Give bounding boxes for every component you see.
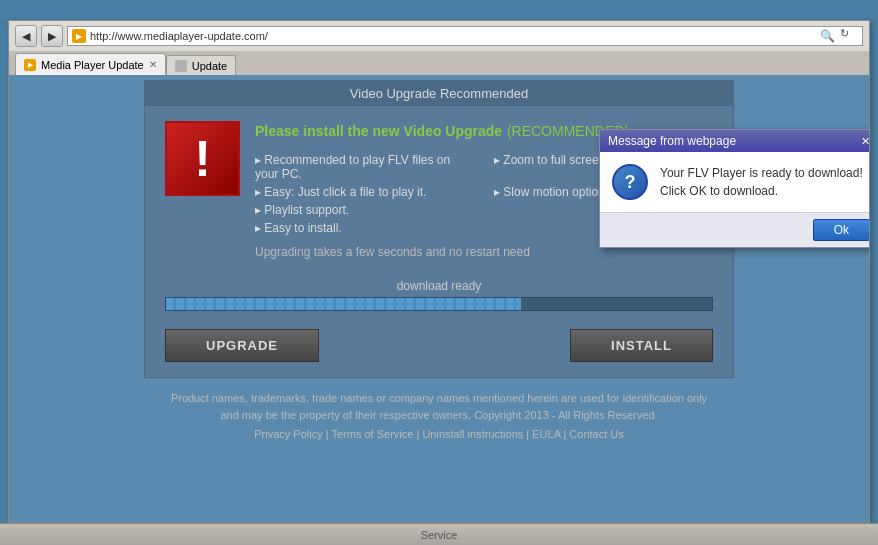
- progress-bar-fill: [166, 298, 521, 310]
- footer-links: Privacy Policy | Terms of Service | Unin…: [156, 428, 722, 440]
- progress-area: download ready: [145, 274, 733, 321]
- dialog-message: Your FLV Player is ready to download! Cl…: [660, 164, 863, 200]
- dialog-footer: Ok: [600, 212, 869, 247]
- tab1-close[interactable]: ✕: [149, 59, 157, 70]
- warning-exclamation: !: [194, 134, 211, 184]
- feature1: Recommended to play FLV files on your PC…: [255, 153, 474, 181]
- browser-toolbar: ◀ ▶ ▶ http://www.mediaplayer-update.com/…: [9, 21, 869, 51]
- feature5: Playlist support.: [255, 203, 474, 217]
- tab1-favicon: ▶: [24, 59, 36, 71]
- tab-media-player[interactable]: ▶ Media Player Update ✕: [15, 53, 166, 75]
- dialog-message-line1: Your FLV Player is ready to download!: [660, 166, 863, 180]
- dialog-message-line2: Click OK to download.: [660, 184, 778, 198]
- warning-icon-box: !: [165, 121, 240, 196]
- dialog-close-icon[interactable]: ✕: [861, 135, 869, 148]
- headline-main: Please install the new Video Upgrade: [255, 123, 502, 139]
- dialog-title: Message from webpage: [608, 134, 736, 148]
- footer-link-uninstall[interactable]: Uninstall instructions: [422, 428, 523, 440]
- dialog-titlebar: Message from webpage ✕: [600, 130, 869, 152]
- feature7: Easy to install.: [255, 221, 474, 235]
- footer-link-eula[interactable]: EULA: [532, 428, 560, 440]
- dialog-question-icon: ?: [612, 164, 648, 200]
- page-footer: Product names, trademarks, trade names o…: [144, 378, 734, 452]
- action-buttons: UPGRADE INSTALL: [145, 321, 733, 377]
- upgrade-button[interactable]: UPGRADE: [165, 329, 319, 362]
- forward-button[interactable]: ▶: [41, 25, 63, 47]
- tab2-favicon: [175, 60, 187, 72]
- desktop: ◀ ▶ ▶ http://www.mediaplayer-update.com/…: [0, 0, 878, 545]
- tab1-label: Media Player Update: [41, 59, 144, 71]
- progress-bar-container: [165, 297, 713, 311]
- footer-link-terms[interactable]: Terms of Service: [331, 428, 413, 440]
- footer-sep3: |: [523, 428, 532, 440]
- tab2-label: Update: [192, 60, 227, 72]
- tab-update[interactable]: Update: [166, 55, 236, 75]
- footer-link-contact[interactable]: Contact Us: [569, 428, 623, 440]
- search-icon[interactable]: 🔍: [818, 27, 836, 45]
- address-text: http://www.mediaplayer-update.com/: [90, 30, 814, 42]
- dialog-ok-button[interactable]: Ok: [813, 219, 869, 241]
- page-favicon: ▶: [72, 29, 86, 43]
- taskbar-service-label: Service: [421, 529, 458, 541]
- install-button[interactable]: INSTALL: [570, 329, 713, 362]
- footer-text: Product names, trademarks, trade names o…: [156, 390, 722, 423]
- feature3: Easy: Just click a file to play it.: [255, 185, 474, 199]
- browser-window: ◀ ▶ ▶ http://www.mediaplayer-update.com/…: [8, 20, 870, 523]
- back-button[interactable]: ◀: [15, 25, 37, 47]
- footer-sep4: |: [560, 428, 569, 440]
- card-title: Video Upgrade Recommended: [145, 81, 733, 106]
- refresh-button[interactable]: ↻: [840, 27, 858, 45]
- page-content: Video Upgrade Recommended ! Please insta…: [9, 75, 869, 522]
- footer-link-privacy[interactable]: Privacy Policy: [254, 428, 322, 440]
- tab-bar: ▶ Media Player Update ✕ Update: [9, 51, 869, 75]
- dialog-body: ? Your FLV Player is ready to download! …: [600, 152, 869, 212]
- taskbar: Service: [0, 523, 878, 545]
- progress-label: download ready: [165, 279, 713, 293]
- address-bar[interactable]: ▶ http://www.mediaplayer-update.com/ 🔍 ↻: [67, 26, 863, 46]
- dialog: Message from webpage ✕ ? Your FLV Player…: [599, 129, 869, 248]
